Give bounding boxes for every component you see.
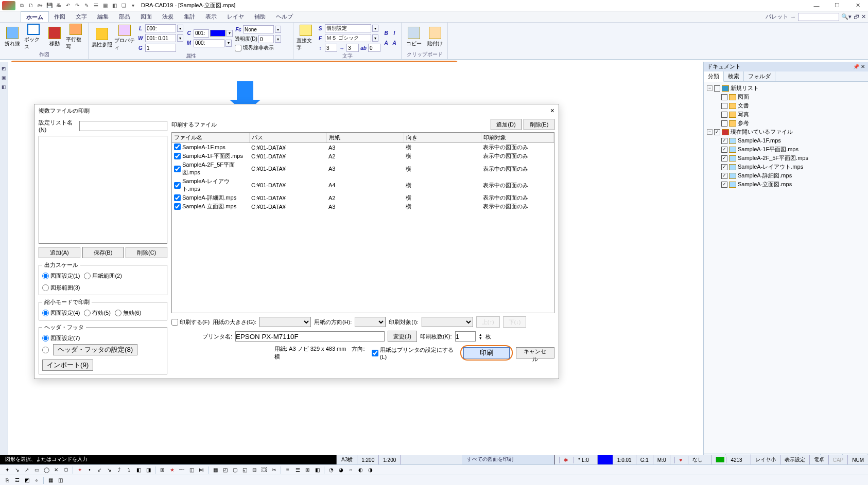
tree-file-node[interactable]: ✓SampleA-立面図.mps xyxy=(707,180,865,189)
menu-tab[interactable]: 法規 xyxy=(157,11,179,22)
menu-tab-home[interactable]: ホーム xyxy=(21,11,49,22)
files-grid[interactable]: ファイル名 パス 用紙 向き 印刷対象 SampleA-1F.mpsC:¥01-… xyxy=(171,132,554,313)
tool-icon[interactable]: ⤴ xyxy=(115,466,123,474)
printer-name-input[interactable] xyxy=(235,331,385,342)
tool-icon[interactable]: ▦ xyxy=(211,466,219,474)
row-checkbox[interactable] xyxy=(174,143,181,150)
paper-size-select[interactable] xyxy=(259,317,311,327)
tool-icon[interactable]: ▢ xyxy=(231,466,239,474)
tool-icon[interactable]: ⬡ xyxy=(62,466,70,474)
tool-icon[interactable]: ◫ xyxy=(187,466,196,474)
font-height-input[interactable] xyxy=(325,44,337,52)
qat-icon[interactable]: ↷ xyxy=(73,2,81,10)
tree-checkbox[interactable] xyxy=(721,112,727,118)
tool-icon[interactable]: ◨ xyxy=(144,466,152,474)
qat-icon[interactable]: 🗋 xyxy=(27,2,35,10)
tool-icon[interactable]: ≡ xyxy=(284,466,292,474)
shrink-radio[interactable]: 図面設定(4) xyxy=(42,309,80,317)
print-button[interactable]: 印刷 xyxy=(463,347,510,358)
use-printer-paper-checkbox[interactable]: 用紙はプリンタの設定にする(L) xyxy=(372,346,457,360)
tool-icon[interactable]: ▭ xyxy=(32,466,41,474)
color-code-input[interactable] xyxy=(194,29,209,38)
pin-icon[interactable]: 📌 ✕ xyxy=(853,64,865,69)
panel-tab[interactable]: フォルダ xyxy=(744,71,775,81)
tool-icon[interactable]: ⤵ xyxy=(125,466,133,474)
hdrftr-custom-radio[interactable] xyxy=(42,344,49,355)
width-input[interactable] xyxy=(145,34,176,42)
layer-input[interactable] xyxy=(145,24,176,32)
table-row[interactable]: SampleA-立面図.mpsC:¥01-DATA¥A3横表示中の図面のみ xyxy=(172,202,554,211)
status-cell[interactable]: 4213 xyxy=(711,455,750,464)
tree-checkbox[interactable]: ✓ xyxy=(721,155,727,161)
spin-up-icon[interactable]: ▲ xyxy=(479,333,482,336)
group-input[interactable] xyxy=(145,44,176,52)
row-checkbox[interactable] xyxy=(174,203,181,210)
tool-icon[interactable]: ☰ xyxy=(293,466,302,474)
qat-icon[interactable]: ✎ xyxy=(82,2,91,10)
chevron-down-icon[interactable]: ▾ xyxy=(177,34,183,42)
qat-icon[interactable]: ▦ xyxy=(101,2,109,10)
tool-icon[interactable]: ◔ xyxy=(327,466,335,474)
tool-icon[interactable]: ✦ xyxy=(3,466,11,474)
menu-tab[interactable]: 集計 xyxy=(179,11,200,22)
row-checkbox[interactable] xyxy=(174,166,181,172)
tool-icon[interactable]: ◩ xyxy=(23,476,31,484)
window-restore-icon[interactable]: 🗗 xyxy=(854,14,859,20)
tool-icon[interactable]: ⟐ xyxy=(32,476,41,484)
tool-icon[interactable]: ◧ xyxy=(134,466,143,474)
hdrftr-radio[interactable]: 図面設定(7) xyxy=(42,334,80,342)
qat-icon[interactable]: ☰ xyxy=(92,2,100,10)
maximize-button[interactable]: ☐ xyxy=(827,0,847,11)
tree-checkbox[interactable]: ✓ xyxy=(721,173,727,179)
tool-icon[interactable]: ○ xyxy=(346,466,355,474)
tree-checkbox[interactable]: ✓ xyxy=(721,147,727,153)
tree-file-node[interactable]: ✓SampleA-1F平面図.mps xyxy=(707,145,865,154)
tool-icon[interactable]: ⋈ xyxy=(197,466,205,474)
cancel-button[interactable]: キャンセル xyxy=(516,347,554,358)
menu-tab[interactable]: 作図 xyxy=(49,11,71,22)
qat-icon[interactable]: ↶ xyxy=(64,2,72,10)
tool-icon[interactable]: ↙ xyxy=(95,466,103,474)
table-row[interactable]: SampleA-詳細図.mpsC:¥01-DATA¥A2横表示中の図面のみ xyxy=(172,193,554,202)
font-spacing-input[interactable] xyxy=(368,44,380,52)
qat-icon[interactable]: 🖶 xyxy=(55,2,63,10)
tree-checkbox[interactable]: ✓ xyxy=(721,182,727,188)
chevron-down-icon[interactable]: ▾ xyxy=(225,40,232,47)
chevron-down-icon[interactable]: ▾ xyxy=(227,30,233,37)
chevron-down-icon[interactable]: ▾ xyxy=(177,25,183,32)
table-row[interactable]: SampleA-2F_5F平面図.mpsC:¥01-DATA¥A3横表示中の図面… xyxy=(172,160,554,177)
add-file-button[interactable]: 追加(D) xyxy=(491,119,522,130)
tree-checkbox[interactable]: ✓ xyxy=(714,129,720,135)
chevron-down-icon[interactable]: ▾ xyxy=(275,35,281,43)
color-swatch[interactable] xyxy=(210,30,225,37)
status-right[interactable]: 表示設定 xyxy=(780,455,809,464)
change-printer-button[interactable]: 変更(J) xyxy=(388,331,417,342)
status-cell[interactable]: 1:0.01 xyxy=(613,455,636,464)
property-button[interactable]: プロパティ xyxy=(114,25,135,51)
print-target-select[interactable] xyxy=(422,317,473,327)
status-cell[interactable] xyxy=(597,455,613,464)
menu-tab[interactable]: レイヤ xyxy=(222,11,249,22)
hdrftr-settings-button[interactable]: ヘッダ・フッタの設定(8) xyxy=(53,344,137,355)
tool-icon[interactable]: ⊞ xyxy=(158,466,166,474)
tree-checkbox[interactable] xyxy=(721,120,727,127)
font-width-input[interactable] xyxy=(346,44,359,52)
command-line[interactable]: 図形を選択、またはコマンドを入力 xyxy=(0,455,337,464)
direct-text-button[interactable]: 直接文字 xyxy=(297,25,315,51)
menu-tab[interactable]: 補助 xyxy=(249,11,271,22)
collapse-icon[interactable]: − xyxy=(707,129,713,135)
shrink-radio[interactable]: 有効(5) xyxy=(84,309,110,317)
tool-icon[interactable]: • xyxy=(85,466,94,474)
tree-checkbox[interactable]: ✓ xyxy=(721,138,727,144)
tool-icon[interactable]: ✕ xyxy=(52,466,60,474)
save-button[interactable]: 保存(B) xyxy=(82,247,124,258)
tree-checkbox[interactable] xyxy=(714,85,720,92)
tool-icon[interactable]: ↘ xyxy=(13,466,21,474)
panel-tab[interactable]: 検索 xyxy=(724,71,744,81)
tool-icon[interactable]: ⊞ xyxy=(303,466,311,474)
tool-icon[interactable]: ⎘ xyxy=(3,476,11,484)
tool-icon[interactable]: ◫ xyxy=(56,476,64,484)
table-row[interactable]: SampleA-1F.mpsC:¥01-DATA¥A3横表示中の図面のみ xyxy=(172,143,554,152)
paper-orient-select[interactable] xyxy=(355,317,386,327)
tool-icon[interactable]: ◐ xyxy=(356,466,364,474)
